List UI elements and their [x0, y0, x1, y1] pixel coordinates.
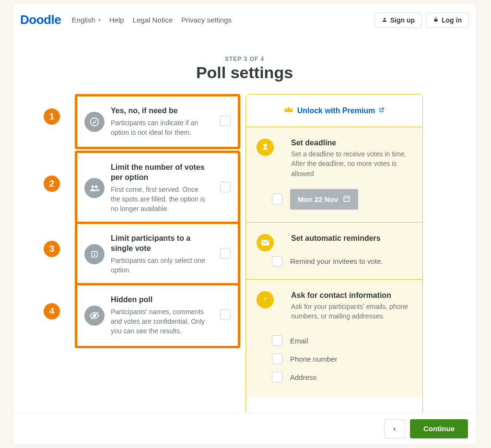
setting-checkbox[interactable] — [220, 309, 231, 322]
svg-rect-9 — [344, 196, 350, 201]
footer: ‹ Continue — [13, 413, 476, 444]
deadline-desc: Set a deadline to receive votes in time.… — [291, 149, 412, 178]
log-in-label: Log in — [442, 16, 462, 24]
deadline-row: Mon 22 Nov — [272, 189, 412, 210]
external-link-icon — [379, 107, 385, 114]
sign-up-button[interactable]: Sign up — [374, 12, 422, 28]
deadline-date-button[interactable]: Mon 22 Nov — [290, 189, 358, 210]
contact-address-label: Address — [290, 373, 316, 381]
svg-point-0 — [384, 18, 386, 20]
svg-point-3 — [92, 186, 94, 189]
auth-buttons: Sign up Log in — [374, 12, 469, 28]
setting-yes-no-ifneedbe[interactable]: Yes, no, if need be Participants can ind… — [75, 94, 240, 149]
contact-address-checkbox[interactable] — [272, 372, 282, 382]
mail-icon — [257, 234, 274, 251]
back-button[interactable]: ‹ — [384, 419, 405, 438]
reminder-checkbox[interactable] — [272, 256, 282, 267]
setting-title: Hidden poll — [111, 295, 208, 305]
premium-deadline-section: Set deadline Set a deadline to receive v… — [246, 127, 422, 223]
nav-help[interactable]: Help — [109, 16, 124, 24]
premium-reminders-section: Set automatic reminders Remind your invi… — [246, 223, 422, 280]
premium-contact-section: Ask for contact information Ask for your… — [246, 280, 422, 397]
contact-title: Ask for contact information — [291, 291, 412, 300]
continue-button[interactable]: Continue — [410, 419, 468, 438]
deadline-date-label: Mon 22 Nov — [298, 195, 338, 203]
contact-option-address: Address — [272, 372, 412, 382]
setting-limit-single-vote[interactable]: 1 Limit participants to a single vote Pa… — [75, 222, 240, 287]
annotation-badge-4: 4 — [44, 303, 60, 319]
setting-desc: Participants' names, comments and votes … — [111, 307, 208, 336]
nav-legal-notice[interactable]: Legal Notice — [133, 16, 173, 24]
contact-option-email: Email — [272, 335, 412, 346]
setting-title: Limit participants to a single vote — [111, 234, 208, 254]
header: Doodle English ▾ Help Legal Notice Priva… — [13, 4, 476, 37]
question-icon — [257, 291, 274, 308]
setting-desc: First come, first served. Once the spots… — [111, 185, 208, 214]
nav-privacy-settings[interactable]: Privacy settings — [181, 16, 232, 24]
annotation-badge-1: 1 — [44, 108, 60, 125]
sign-up-label: Sign up — [390, 16, 415, 24]
check-circle-icon — [84, 112, 105, 132]
single-vote-icon: 1 — [84, 244, 105, 264]
page-title: Poll settings — [13, 63, 476, 82]
crown-icon — [284, 106, 293, 116]
premium-settings-column: Unlock with Premium Set deadline Set a d… — [246, 94, 423, 439]
top-nav: English ▾ Help Legal Notice Privacy sett… — [72, 16, 232, 24]
contact-email-checkbox[interactable] — [272, 335, 282, 346]
deadline-checkbox[interactable] — [272, 194, 282, 204]
contact-email-label: Email — [290, 337, 308, 345]
setting-checkbox[interactable] — [220, 116, 231, 128]
contact-phone-checkbox[interactable] — [272, 354, 282, 364]
hidden-eye-icon — [84, 306, 105, 326]
people-icon — [84, 178, 105, 198]
calendar-icon — [343, 195, 351, 204]
contact-phone-label: Phone number — [290, 355, 337, 363]
setting-desc: Participants can only select one option. — [111, 256, 208, 275]
user-icon — [382, 17, 387, 24]
svg-text:1: 1 — [93, 252, 95, 257]
lock-icon — [433, 17, 439, 24]
setting-title: Limit the number of votes per option — [111, 163, 208, 183]
contact-desc: Ask for your participants' emails, phone… — [291, 302, 412, 321]
premium-unlock-label: Unlock with Premium — [297, 106, 375, 115]
contact-option-phone: Phone number — [272, 354, 412, 364]
hourglass-icon — [257, 139, 274, 156]
annotation-badge-3: 3 — [44, 241, 60, 257]
reminders-title: Set automatic reminders — [291, 234, 412, 243]
reminder-line: Remind your invitees to vote. — [290, 257, 383, 265]
reminder-row: Remind your invitees to vote. — [272, 256, 412, 267]
setting-checkbox[interactable] — [220, 248, 231, 260]
annotation-badge-2: 2 — [44, 176, 60, 192]
contact-options: Email Phone number Address — [272, 335, 412, 382]
language-label: English — [72, 16, 95, 24]
svg-point-2 — [91, 118, 99, 126]
deadline-title: Set deadline — [291, 139, 412, 147]
log-in-button[interactable]: Log in — [426, 12, 469, 28]
setting-limit-votes-per-option[interactable]: Limit the number of votes per option Fir… — [75, 151, 240, 225]
language-selector[interactable]: English ▾ — [72, 16, 101, 24]
setting-hidden-poll[interactable]: Hidden poll Participants' names, comment… — [75, 283, 240, 348]
step-indicator: STEP 3 OF 4 — [13, 56, 476, 62]
setting-desc: Participants can indicate if an option i… — [111, 118, 208, 138]
svg-point-14 — [265, 301, 266, 302]
premium-banner[interactable]: Unlock with Premium — [246, 94, 422, 127]
setting-checkbox[interactable] — [220, 182, 231, 194]
app-card: Doodle English ▾ Help Legal Notice Priva… — [13, 4, 476, 444]
setting-title: Yes, no, if need be — [111, 106, 208, 116]
svg-point-4 — [95, 186, 97, 189]
logo[interactable]: Doodle — [20, 12, 61, 27]
svg-rect-1 — [434, 19, 438, 22]
chevron-down-icon: ▾ — [98, 17, 101, 23]
